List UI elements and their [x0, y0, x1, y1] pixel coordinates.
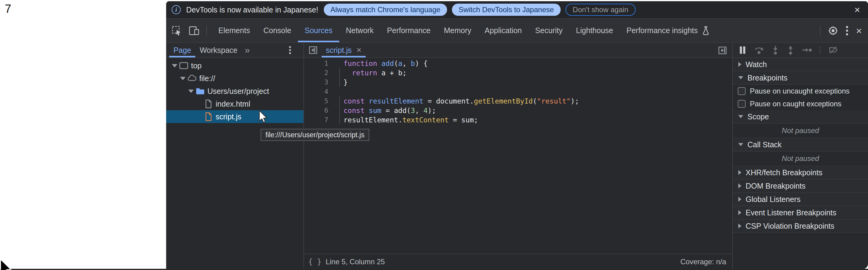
section-watch[interactable]: Watch — [733, 58, 868, 71]
sources-panel: Page Workspace » topfile://Users/user/pr… — [166, 43, 868, 269]
gutter-border — [339, 87, 340, 96]
editor-tab-scriptjs[interactable]: script.js × — [322, 43, 366, 57]
tree-item-file-[interactable]: file:// — [166, 72, 303, 85]
section-dom-breakpoints[interactable]: DOM Breakpoints — [733, 179, 868, 193]
code-editor[interactable]: 1function add(a, b) {2 return a + b;3}45… — [304, 58, 732, 253]
section-csp-violation-breakpoints[interactable]: CSP Violation Breakpoints — [733, 219, 868, 233]
tree-item-users-user-project[interactable]: Users/user/project — [166, 85, 303, 97]
token-prop: textContent — [402, 116, 448, 124]
infobar-button[interactable]: Switch DevTools to Japanese — [452, 4, 561, 16]
device-toolbar-icon[interactable] — [189, 26, 199, 36]
expand-arrow-icon — [738, 223, 741, 229]
expand-arrow-icon[interactable] — [171, 64, 178, 67]
close-devtools-icon[interactable]: × — [856, 26, 862, 36]
editor-tab-label: script.js — [326, 46, 352, 55]
collapse-arrow-icon — [738, 76, 743, 79]
hide-debugger-sidebar-icon[interactable] — [718, 46, 727, 55]
frame-icon — [179, 61, 189, 70]
checkbox-row: Pause on uncaught exceptions — [733, 85, 868, 97]
tab-lighthouse[interactable]: Lighthouse — [569, 19, 620, 42]
tab-performance-insights[interactable]: Performance insights — [620, 19, 716, 42]
expand-arrow-icon[interactable] — [179, 77, 186, 80]
token-param: b — [411, 60, 415, 67]
hide-navigator-icon[interactable] — [308, 45, 318, 55]
tree-item-label: top — [191, 61, 202, 70]
checkbox-unchecked[interactable] — [738, 100, 746, 108]
file-icon — [204, 99, 213, 109]
file-icon-orange — [204, 112, 213, 121]
infobar-button[interactable]: Don't show again — [565, 4, 636, 16]
step-into-icon[interactable] — [772, 46, 779, 55]
step-icon[interactable] — [802, 47, 812, 54]
section-label: XHR/fetch Breakpoints — [746, 168, 823, 177]
debugger-sidebar: WatchBreakpointsPause on uncaught except… — [733, 43, 868, 269]
tab-network[interactable]: Network — [339, 19, 380, 42]
close-tab-icon[interactable]: × — [356, 46, 362, 54]
infobar-close-icon[interactable]: × — [854, 5, 860, 14]
tab-page[interactable]: Page — [169, 43, 195, 57]
tree-item-index.html[interactable]: index.html — [166, 97, 303, 110]
main-toolbar: ElementsConsoleSourcesNetworkPerformance… — [166, 19, 868, 43]
inspect-icon[interactable] — [172, 26, 182, 36]
navigator-more-menu-icon[interactable] — [289, 43, 291, 57]
line-number[interactable]: 1 — [304, 60, 328, 67]
line-number[interactable]: 4 — [304, 88, 328, 95]
code-line: 7resultElement.textContent = sum; — [304, 115, 732, 124]
section-event-listener-breakpoints[interactable]: Event Listener Breakpoints — [733, 206, 868, 219]
code-line: 5const resultElement = document.getEleme… — [304, 96, 732, 106]
section-breakpoints[interactable]: Breakpoints — [733, 71, 868, 85]
tree-item-top[interactable]: top — [166, 59, 303, 72]
token: = document. — [423, 97, 474, 105]
pretty-print-icon[interactable]: { } — [308, 258, 321, 266]
tree-item-script.js[interactable]: script.js — [166, 110, 303, 123]
slide-number: 7 — [5, 2, 11, 16]
tab-label: Sources — [305, 26, 333, 35]
checkbox-unchecked[interactable] — [738, 87, 746, 95]
line-number[interactable]: 3 — [304, 78, 328, 86]
token-def: sum — [369, 107, 381, 115]
line-number[interactable]: 7 — [304, 116, 328, 124]
tree-item-label: index.html — [216, 100, 250, 109]
tab-label: Performance — [387, 26, 430, 35]
tab-performance[interactable]: Performance — [380, 19, 437, 42]
token-kw: const — [343, 97, 365, 105]
toolbar-divider — [206, 26, 207, 36]
more-menu-icon[interactable] — [845, 25, 848, 36]
token: ); — [428, 107, 436, 115]
code-text: resultElement.textContent = sum; — [343, 116, 478, 124]
tab-workspace[interactable]: Workspace — [195, 43, 242, 57]
section-global-listeners[interactable]: Global Listeners — [733, 193, 868, 206]
section-scope[interactable]: Scope — [733, 110, 868, 124]
pause-icon[interactable] — [739, 46, 746, 54]
code-line: 4 — [304, 87, 732, 96]
more-tabs-icon[interactable]: » — [242, 43, 253, 57]
toolbar-left-icons — [166, 19, 212, 42]
expand-arrow-icon[interactable] — [187, 90, 195, 93]
tab-application[interactable]: Application — [478, 19, 528, 42]
cloud-icon — [187, 74, 197, 83]
section-placeholder: Not paused — [733, 124, 868, 138]
settings-gear-icon[interactable] — [828, 26, 838, 36]
tab-sources[interactable]: Sources — [298, 19, 339, 42]
infobar-button[interactable]: Always match Chrome's language — [324, 4, 447, 16]
file-tree: topfile://Users/user/projectindex.htmlsc… — [166, 58, 303, 269]
gutter-border — [339, 106, 340, 115]
tab-console[interactable]: Console — [257, 19, 298, 42]
editor-status-bar: { } Line 5, Column 25 Coverage: n/a — [304, 253, 732, 269]
editor-pane: script.js × 1function add(a, b) {2 retur… — [304, 43, 733, 269]
deactivate-breakpoints-icon[interactable] — [828, 46, 839, 55]
line-number[interactable]: 5 — [304, 97, 328, 105]
code-text: } — [343, 78, 348, 86]
tab-label: Network — [346, 26, 374, 35]
tab-elements[interactable]: Elements — [212, 19, 257, 42]
section-xhr-fetch-breakpoints[interactable]: XHR/fetch Breakpoints — [733, 166, 868, 179]
section-call-stack[interactable]: Call Stack — [733, 138, 868, 152]
tab-security[interactable]: Security — [528, 19, 569, 42]
line-number[interactable]: 6 — [304, 107, 328, 114]
step-over-icon[interactable] — [754, 46, 764, 55]
tree-item-label: script.js — [216, 112, 242, 121]
line-number[interactable]: 2 — [304, 69, 328, 77]
tab-memory[interactable]: Memory — [437, 19, 478, 42]
step-out-icon[interactable] — [787, 46, 794, 55]
token-kw: return — [352, 69, 377, 77]
